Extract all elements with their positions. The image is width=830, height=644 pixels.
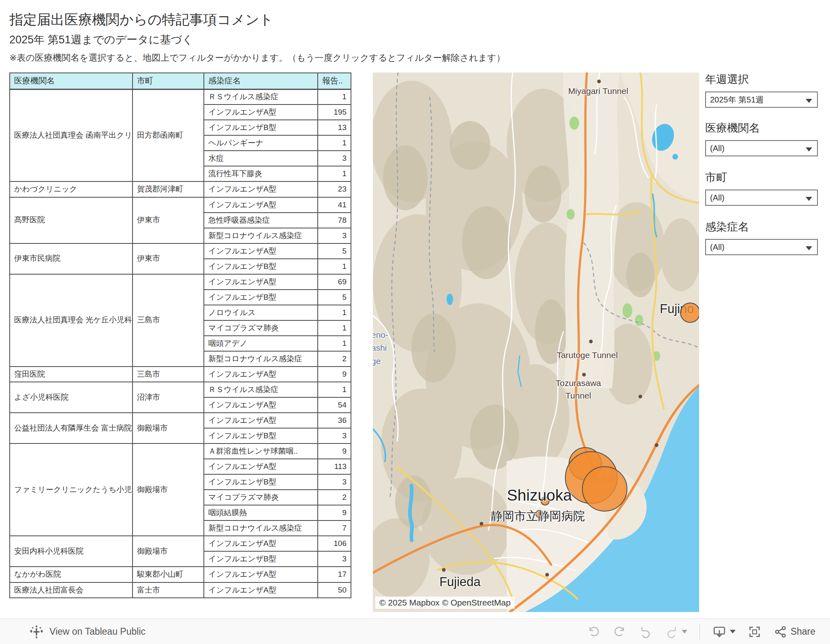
city-cell[interactable]: 駿東郡小山町 bbox=[133, 567, 204, 582]
org-name-cell[interactable]: 医療法人社団真理会 光ケ丘小児科 bbox=[10, 274, 133, 367]
org-name-cell[interactable]: なかがわ医院 bbox=[10, 567, 133, 582]
count-cell: 3 bbox=[318, 151, 351, 166]
disease-cell[interactable]: マイコプラズマ肺炎 bbox=[204, 320, 318, 336]
disease-cell[interactable]: インフルエンザA型 bbox=[204, 274, 318, 290]
count-cell: 3 bbox=[318, 551, 351, 567]
org-name-cell[interactable]: 医療法人社団真理会 函南平出クリニック bbox=[10, 89, 133, 181]
disease-cell[interactable]: 急性呼吸器感染症 bbox=[204, 213, 318, 228]
disease-cell[interactable]: ＲＳウイルス感染症 bbox=[204, 89, 318, 104]
redo-button[interactable] bbox=[613, 625, 627, 639]
disease-cell[interactable]: インフルエンザB型 bbox=[204, 474, 318, 490]
disease-cell[interactable]: Ａ群溶血性レンサ球菌咽.. bbox=[204, 444, 318, 459]
disease-cell[interactable]: 新型コロナウイルス感染症 bbox=[204, 228, 318, 243]
org-name-cell[interactable]: 窪田医院 bbox=[10, 367, 133, 382]
fullscreen-button[interactable] bbox=[748, 625, 762, 639]
table-row[interactable]: 医療法人社団富長会富士市インフルエンザA型50 bbox=[10, 582, 351, 598]
city-cell[interactable]: 御殿場市 bbox=[133, 413, 204, 444]
table-row[interactable]: 髙野医院伊東市インフルエンザA型41 bbox=[10, 197, 351, 213]
disease-cell[interactable]: ノロウイルス bbox=[204, 305, 318, 320]
disease-cell[interactable]: インフルエンザA型 bbox=[204, 104, 318, 120]
disease-cell[interactable]: インフルエンザB型 bbox=[204, 259, 318, 274]
disease-cell[interactable]: インフルエンザA型 bbox=[204, 397, 318, 413]
filter-org-select[interactable]: (All) bbox=[705, 140, 818, 156]
display-download-icon bbox=[712, 625, 727, 639]
city-cell[interactable]: 三島市 bbox=[133, 367, 204, 382]
city-cell[interactable]: 田方郡函南町 bbox=[133, 89, 204, 181]
disease-cell[interactable]: インフルエンザB型 bbox=[204, 551, 318, 567]
table-row[interactable]: 医療法人社団真理会 函南平出クリニック田方郡函南町ＲＳウイルス感染症1 bbox=[10, 89, 351, 104]
column-header[interactable]: 市町 bbox=[133, 73, 204, 89]
table-row[interactable]: 公益社団法人有隣厚生会 富士病院御殿場市インフルエンザA型36 bbox=[10, 413, 351, 428]
disease-cell[interactable]: インフルエンザB型 bbox=[204, 290, 318, 305]
view-on-tableau-label: View on Tableau Public bbox=[49, 626, 145, 637]
report-bubble[interactable] bbox=[536, 510, 543, 518]
share-button[interactable]: Share bbox=[774, 625, 815, 639]
org-name-cell[interactable]: 公益社団法人有隣厚生会 富士病院 bbox=[10, 413, 133, 444]
disease-cell[interactable]: インフルエンザA型 bbox=[204, 181, 318, 197]
filter-city-select[interactable]: (All) bbox=[705, 190, 818, 206]
disease-cell[interactable]: ＲＳウイルス感染症 bbox=[204, 382, 318, 397]
org-name-cell[interactable]: よざ小児科医院 bbox=[10, 382, 133, 413]
refresh-button[interactable] bbox=[665, 625, 687, 639]
city-cell[interactable]: 富士市 bbox=[133, 582, 204, 598]
table-row[interactable]: 医療法人社団真理会 光ケ丘小児科三島市インフルエンザA型69 bbox=[10, 274, 351, 290]
revert-button[interactable] bbox=[639, 625, 652, 639]
report-bubble-layer bbox=[373, 73, 699, 612]
org-name-cell[interactable]: ファミリークリニックたうち小児科 医院 bbox=[10, 444, 133, 536]
dashboard: 指定届出医療機関からの特記事項コメント 2025年 第51週までのデータに基づく… bbox=[0, 0, 830, 644]
disease-cell[interactable]: インフルエンザA型 bbox=[204, 367, 318, 382]
disease-cell[interactable]: ヘルパンギーナ bbox=[204, 135, 318, 151]
table-row[interactable]: よざ小児科医院沼津市ＲＳウイルス感染症1 bbox=[10, 382, 351, 397]
table-row[interactable]: ファミリークリニックたうち小児科 医院御殿場市Ａ群溶血性レンサ球菌咽..9 bbox=[10, 444, 351, 459]
table-row[interactable]: 伊東市民病院伊東市インフルエンザA型5 bbox=[10, 243, 351, 259]
city-cell[interactable]: 御殿場市 bbox=[133, 536, 204, 567]
disease-cell[interactable]: インフルエンザA型 bbox=[204, 459, 318, 474]
disease-cell[interactable]: インフルエンザA型 bbox=[204, 536, 318, 551]
disease-cell[interactable]: 咽頭アデノ bbox=[204, 336, 318, 351]
table-row[interactable]: 窪田医院三島市インフルエンザA型9 bbox=[10, 367, 351, 382]
org-name-cell[interactable]: かわづクリニック bbox=[10, 181, 133, 197]
org-name-cell[interactable]: 伊東市民病院 bbox=[10, 243, 133, 274]
city-cell[interactable]: 三島市 bbox=[133, 274, 204, 367]
column-header[interactable]: 医療機関名 bbox=[10, 73, 133, 89]
disease-cell[interactable]: インフルエンザA型 bbox=[204, 582, 318, 598]
city-cell[interactable]: 沼津市 bbox=[133, 382, 204, 413]
disease-cell[interactable]: インフルエンザA型 bbox=[204, 567, 318, 582]
device-layout-button[interactable] bbox=[712, 625, 736, 639]
disease-cell[interactable]: 新型コロナウイルス感染症 bbox=[204, 520, 318, 536]
disease-cell[interactable]: 流行性耳下腺炎 bbox=[204, 166, 318, 181]
disease-cell[interactable]: インフルエンザA型 bbox=[204, 413, 318, 428]
disease-cell[interactable]: 水痘 bbox=[204, 151, 318, 166]
map[interactable]: Fujino清水港 Miyagari TunnelTarutoge Tunnel… bbox=[373, 73, 699, 612]
table-row[interactable]: 安田内科小児科医院御殿場市インフルエンザA型106 bbox=[10, 536, 351, 551]
disease-cell[interactable]: 新型コロナウイルス感染症 bbox=[204, 351, 318, 367]
map-attribution[interactable]: © 2025 Mapbox © OpenStreetMap bbox=[375, 597, 515, 609]
disease-cell[interactable]: 咽頭結膜熱 bbox=[204, 505, 318, 520]
chevron-down-icon bbox=[730, 630, 736, 633]
column-header[interactable]: 報告.. bbox=[318, 73, 351, 89]
city-cell[interactable]: 伊東市 bbox=[133, 197, 204, 243]
table-row[interactable]: なかがわ医院駿東郡小山町インフルエンザA型17 bbox=[10, 567, 351, 582]
view-on-tableau[interactable]: View on Tableau Public bbox=[29, 619, 145, 644]
org-name-cell[interactable]: 髙野医院 bbox=[10, 197, 133, 243]
report-bubble[interactable] bbox=[582, 467, 627, 511]
filter-week-value: 2025年 第51週 bbox=[706, 94, 764, 105]
disease-cell[interactable]: インフルエンザA型 bbox=[204, 197, 318, 213]
org-name-cell[interactable]: 安田内科小児科医院 bbox=[10, 536, 133, 567]
report-bubble[interactable] bbox=[680, 303, 699, 322]
disease-cell[interactable]: インフルエンザA型 bbox=[204, 243, 318, 259]
disease-cell[interactable]: マイコプラズマ肺炎 bbox=[204, 490, 318, 505]
table-row[interactable]: かわづクリニック賀茂郡河津町インフルエンザA型23 bbox=[10, 181, 351, 197]
filter-disease-select[interactable]: (All) bbox=[705, 239, 818, 255]
disease-cell[interactable]: インフルエンザB型 bbox=[204, 428, 318, 444]
disease-cell[interactable]: インフルエンザB型 bbox=[204, 120, 318, 135]
count-cell: 41 bbox=[318, 197, 351, 213]
filter-week-select[interactable]: 2025年 第51週 bbox=[705, 92, 818, 108]
city-cell[interactable]: 御殿場市 bbox=[133, 444, 204, 536]
report-bubble[interactable] bbox=[541, 497, 549, 505]
org-name-cell[interactable]: 医療法人社団富長会 bbox=[10, 582, 133, 598]
city-cell[interactable]: 伊東市 bbox=[133, 243, 204, 274]
city-cell[interactable]: 賀茂郡河津町 bbox=[133, 181, 204, 197]
column-header[interactable]: 感染症名 bbox=[204, 73, 318, 89]
undo-button[interactable] bbox=[587, 625, 601, 639]
